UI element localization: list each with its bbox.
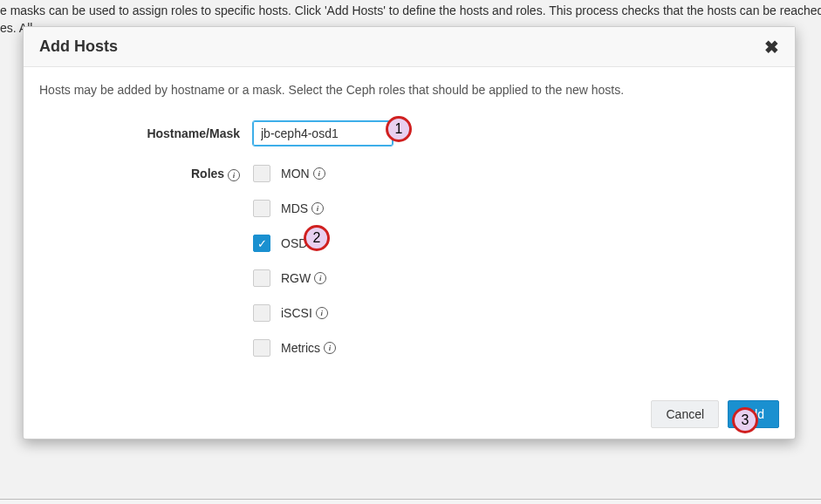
role-mon-label: MON i [281, 167, 325, 180]
modal-footer: Cancel Add [24, 390, 795, 439]
role-mds-row: MDS i [253, 200, 336, 217]
role-iscsi-text: iSCSI [281, 306, 312, 320]
modal-overlay: Add Hosts ✖ Hosts may be added by hostna… [0, 0, 821, 504]
cancel-button[interactable]: Cancel [651, 400, 719, 428]
roles-label-text: Roles [191, 167, 224, 180]
info-icon[interactable]: i [316, 307, 328, 319]
roles-row: Roles i MON i MDS [39, 165, 779, 357]
role-mon-checkbox[interactable] [253, 165, 270, 182]
info-icon[interactable]: i [324, 342, 336, 354]
info-icon[interactable]: i [228, 169, 240, 181]
role-mon-row: MON i [253, 165, 336, 182]
role-mds-checkbox[interactable] [253, 200, 270, 217]
modal-help-text: Hosts may be added by hostname or a mask… [39, 83, 779, 97]
role-mds-label: MDS i [281, 201, 324, 215]
page-bottom-edge [0, 499, 821, 504]
role-rgw-text: RGW [281, 271, 311, 285]
roles-label: Roles i [39, 165, 253, 181]
info-icon[interactable]: i [314, 272, 326, 284]
role-rgw-checkbox[interactable] [253, 269, 270, 287]
role-rgw-row: RGW i [253, 269, 336, 287]
modal-header: Add Hosts ✖ [24, 27, 795, 67]
role-iscsi-checkbox[interactable] [253, 304, 270, 322]
annotation-callout-3: 3 [732, 407, 758, 433]
role-osd-checkbox[interactable]: ✓ [253, 235, 270, 252]
role-iscsi-label: iSCSI i [281, 306, 328, 320]
role-mds-text: MDS [281, 201, 308, 215]
role-rgw-label: RGW i [281, 271, 326, 285]
role-metrics-text: Metrics [281, 341, 320, 355]
hostname-input-wrap [253, 121, 393, 146]
hostname-label: Hostname/Mask [39, 121, 253, 140]
add-hosts-modal: Add Hosts ✖ Hosts may be added by hostna… [23, 26, 796, 439]
modal-body: Hosts may be added by hostname or a mask… [24, 67, 795, 390]
annotation-callout-2: 2 [304, 225, 330, 251]
role-metrics-checkbox[interactable] [253, 339, 270, 357]
role-iscsi-row: iSCSI i [253, 304, 336, 322]
modal-title: Add Hosts [39, 37, 118, 56]
hostname-input[interactable] [253, 121, 393, 146]
annotation-callout-1: 1 [386, 116, 412, 142]
roles-list: MON i MDS i ✓ OSD [253, 165, 336, 357]
info-icon[interactable]: i [313, 167, 325, 180]
role-metrics-label: Metrics i [281, 341, 336, 355]
info-icon[interactable]: i [311, 202, 324, 215]
role-metrics-row: Metrics i [253, 339, 336, 357]
close-icon[interactable]: ✖ [764, 38, 779, 56]
role-mon-text: MON [281, 167, 310, 180]
